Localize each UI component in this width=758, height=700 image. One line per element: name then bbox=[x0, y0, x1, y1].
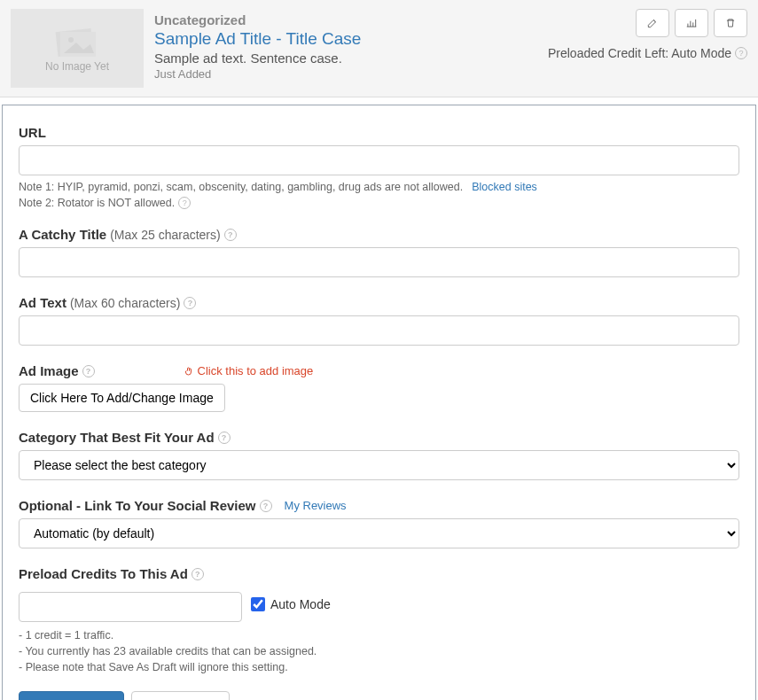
adtext-input[interactable] bbox=[19, 315, 739, 346]
preload-group: Preload Credits To This Ad ? Auto Mode -… bbox=[19, 566, 739, 673]
form-actions: Save & Submit Save As Draft Preview Save… bbox=[19, 691, 739, 700]
preload-input[interactable] bbox=[19, 592, 242, 622]
url-label: URL bbox=[19, 125, 46, 140]
help-icon[interactable]: ? bbox=[191, 568, 204, 580]
header-left: No Image Yet Uncategorized Sample Ad Tit… bbox=[11, 9, 361, 88]
preload-note2: - You currently has 23 available credits… bbox=[19, 645, 739, 657]
help-icon[interactable]: ? bbox=[184, 297, 196, 309]
adimage-group: Ad Image ? Click this to add image Click… bbox=[19, 363, 739, 412]
ad-text: Sample ad text. Sentence case. bbox=[154, 51, 361, 66]
ad-added: Just Added bbox=[154, 67, 361, 81]
edit-button[interactable] bbox=[636, 9, 669, 37]
social-group: Optional - Link To Your Social Review ? … bbox=[19, 498, 739, 548]
adtext-label: Ad Text bbox=[19, 295, 66, 310]
no-image-text: No Image Yet bbox=[45, 60, 109, 73]
title-group: A Catchy Title (Max 25 characters) ? bbox=[19, 227, 739, 277]
no-image-icon bbox=[51, 25, 103, 60]
title-label: A Catchy Title bbox=[19, 227, 106, 242]
add-image-button[interactable]: Click Here To Add/Change Image bbox=[19, 384, 225, 412]
adtext-hint: (Max 60 characters) bbox=[70, 296, 180, 310]
category-label: Category That Best Fit Your Ad bbox=[19, 430, 215, 445]
preload-note3: - Please note that Save As Draft will ig… bbox=[19, 661, 739, 673]
title-input[interactable] bbox=[19, 247, 739, 277]
my-reviews-link[interactable]: My Reviews bbox=[285, 499, 347, 512]
ad-image-thumbnail: No Image Yet bbox=[11, 9, 144, 88]
url-input[interactable] bbox=[19, 145, 739, 175]
adimage-hint: Click this to add image bbox=[184, 364, 314, 377]
credit-text: Preloaded Credit Left: Auto Mode bbox=[548, 46, 731, 60]
credit-line: Preloaded Credit Left: Auto Mode ? bbox=[548, 46, 747, 60]
stats-button[interactable] bbox=[675, 9, 708, 37]
bar-chart-icon bbox=[685, 17, 698, 29]
adtext-group: Ad Text (Max 60 characters) ? bbox=[19, 295, 739, 346]
blocked-sites-link[interactable]: Blocked sites bbox=[472, 181, 537, 193]
category-select[interactable]: Please select the best category bbox=[19, 450, 739, 480]
ad-title[interactable]: Sample Ad Title - Title Case bbox=[154, 29, 361, 49]
automode-label: Auto Mode bbox=[270, 597, 331, 611]
help-icon[interactable]: ? bbox=[224, 229, 237, 241]
url-group: URL Note 1: HYIP, pyramid, ponzi, scam, … bbox=[19, 125, 739, 209]
pencil-icon bbox=[646, 17, 659, 29]
delete-button[interactable] bbox=[714, 9, 747, 37]
action-buttons bbox=[548, 9, 747, 37]
url-note1: Note 1: HYIP, pyramid, ponzi, scam, obsc… bbox=[19, 181, 463, 193]
social-label: Optional - Link To Your Social Review bbox=[19, 498, 256, 513]
svg-point-2 bbox=[68, 37, 74, 43]
help-icon[interactable]: ? bbox=[82, 365, 95, 377]
automode-checkbox[interactable] bbox=[251, 597, 265, 611]
preload-note1: - 1 credit = 1 traffic. bbox=[19, 629, 739, 642]
social-select[interactable]: Automatic (by default) bbox=[19, 518, 739, 548]
save-draft-button[interactable]: Save As Draft bbox=[131, 691, 231, 700]
adimage-label: Ad Image bbox=[19, 363, 79, 378]
ad-category: Uncategorized bbox=[154, 12, 361, 27]
trash-icon bbox=[724, 17, 737, 29]
help-icon[interactable]: ? bbox=[218, 432, 231, 444]
ad-form: URL Note 1: HYIP, pyramid, ponzi, scam, … bbox=[2, 105, 756, 700]
help-icon[interactable]: ? bbox=[178, 197, 191, 209]
hand-icon bbox=[184, 366, 194, 377]
header-info: Uncategorized Sample Ad Title - Title Ca… bbox=[154, 9, 361, 88]
url-note2: Note 2: Rotator is NOT allowed. bbox=[19, 197, 175, 209]
save-submit-button[interactable]: Save & Submit bbox=[19, 691, 124, 700]
ad-header: No Image Yet Uncategorized Sample Ad Tit… bbox=[0, 0, 758, 97]
title-hint: (Max 25 characters) bbox=[110, 228, 220, 242]
header-right: Preloaded Credit Left: Auto Mode ? bbox=[548, 9, 747, 88]
help-icon[interactable]: ? bbox=[735, 47, 747, 59]
help-icon[interactable]: ? bbox=[260, 500, 272, 512]
category-group: Category That Best Fit Your Ad ? Please … bbox=[19, 430, 739, 480]
preload-label: Preload Credits To This Ad bbox=[19, 566, 188, 581]
